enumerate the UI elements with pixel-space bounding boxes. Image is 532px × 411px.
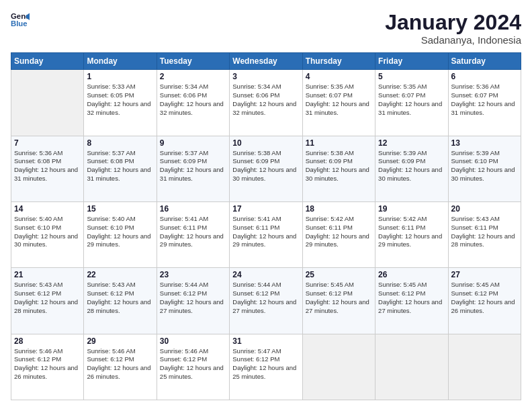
- svg-text:Blue: Blue: [11, 19, 28, 28]
- calendar-cell: [11, 70, 84, 136]
- day-number: 22: [87, 270, 153, 279]
- week-row: 7Sunrise: 5:36 AMSunset: 6:08 PMDaylight…: [11, 136, 521, 201]
- day-number: 19: [378, 204, 445, 214]
- calendar-cell: 13Sunrise: 5:39 AMSunset: 6:10 PMDayligh…: [448, 136, 521, 201]
- logo-icon: General Blue: [11, 11, 30, 30]
- calendar-table: SundayMondayTuesdayWednesdayThursdayFrid…: [11, 52, 521, 400]
- day-number: 12: [378, 138, 445, 148]
- day-number: 1: [87, 72, 153, 81]
- week-row: 14Sunrise: 5:40 AMSunset: 6:10 PMDayligh…: [11, 201, 521, 267]
- day-number: 4: [306, 72, 372, 81]
- header-day: Saturday: [448, 53, 521, 70]
- calendar-cell: 4Sunrise: 5:35 AMSunset: 6:07 PMDaylight…: [302, 70, 375, 136]
- day-number: 2: [160, 72, 226, 81]
- calendar-cell: 15Sunrise: 5:40 AMSunset: 6:10 PMDayligh…: [84, 201, 157, 267]
- day-number: 29: [87, 336, 153, 346]
- day-number: 6: [451, 72, 518, 81]
- cell-info: Sunrise: 5:46 AMSunset: 6:12 PMDaylight:…: [14, 347, 81, 381]
- cell-info: Sunrise: 5:33 AMSunset: 6:05 PMDaylight:…: [87, 83, 153, 117]
- calendar-cell: 3Sunrise: 5:34 AMSunset: 6:06 PMDaylight…: [230, 70, 302, 136]
- day-number: 11: [306, 138, 372, 148]
- calendar-cell: 17Sunrise: 5:41 AMSunset: 6:11 PMDayligh…: [230, 201, 302, 267]
- cell-info: Sunrise: 5:34 AMSunset: 6:06 PMDaylight:…: [232, 83, 299, 117]
- cell-info: Sunrise: 5:41 AMSunset: 6:11 PMDaylight:…: [160, 215, 226, 249]
- calendar-cell: 1Sunrise: 5:33 AMSunset: 6:05 PMDaylight…: [84, 70, 157, 136]
- day-number: 21: [14, 270, 81, 279]
- day-number: 13: [451, 138, 518, 148]
- calendar-cell: 5Sunrise: 5:35 AMSunset: 6:07 PMDaylight…: [375, 70, 448, 136]
- title-block: January 2024 Sadananya, Indonesia: [385, 11, 521, 46]
- header-day: Wednesday: [230, 53, 302, 70]
- main-title: January 2024: [385, 11, 521, 34]
- day-number: 18: [306, 204, 372, 214]
- calendar-cell: 14Sunrise: 5:40 AMSunset: 6:10 PMDayligh…: [11, 201, 84, 267]
- day-number: 31: [232, 336, 299, 346]
- logo: General Blue: [11, 11, 30, 30]
- day-number: 14: [14, 204, 81, 214]
- cell-info: Sunrise: 5:47 AMSunset: 6:12 PMDaylight:…: [232, 347, 299, 381]
- cell-info: Sunrise: 5:41 AMSunset: 6:11 PMDaylight:…: [232, 215, 299, 249]
- week-row: 21Sunrise: 5:43 AMSunset: 6:12 PMDayligh…: [11, 268, 521, 334]
- cell-info: Sunrise: 5:46 AMSunset: 6:12 PMDaylight:…: [87, 347, 153, 381]
- cell-info: Sunrise: 5:36 AMSunset: 6:07 PMDaylight:…: [451, 83, 518, 117]
- header-row: SundayMondayTuesdayWednesdayThursdayFrid…: [11, 53, 521, 70]
- day-number: 3: [232, 72, 299, 81]
- header-day: Friday: [375, 53, 448, 70]
- calendar-cell: 29Sunrise: 5:46 AMSunset: 6:12 PMDayligh…: [84, 334, 157, 400]
- calendar-cell: 30Sunrise: 5:46 AMSunset: 6:12 PMDayligh…: [157, 334, 229, 400]
- calendar-cell: [375, 334, 448, 400]
- page-header: General Blue January 2024 Sadananya, Ind…: [11, 11, 521, 46]
- calendar-cell: 18Sunrise: 5:42 AMSunset: 6:11 PMDayligh…: [302, 201, 375, 267]
- calendar-cell: 26Sunrise: 5:45 AMSunset: 6:12 PMDayligh…: [375, 268, 448, 334]
- header-day: Tuesday: [157, 53, 229, 70]
- day-number: 9: [160, 138, 226, 148]
- subtitle: Sadananya, Indonesia: [385, 34, 521, 46]
- calendar-page: General Blue January 2024 Sadananya, Ind…: [0, 0, 532, 411]
- day-number: 30: [160, 336, 226, 346]
- cell-info: Sunrise: 5:45 AMSunset: 6:12 PMDaylight:…: [306, 281, 372, 315]
- day-number: 25: [306, 270, 372, 279]
- week-row: 1Sunrise: 5:33 AMSunset: 6:05 PMDaylight…: [11, 70, 521, 136]
- calendar-cell: 24Sunrise: 5:44 AMSunset: 6:12 PMDayligh…: [230, 268, 302, 334]
- calendar-cell: 21Sunrise: 5:43 AMSunset: 6:12 PMDayligh…: [11, 268, 84, 334]
- day-number: 26: [378, 270, 445, 279]
- calendar-cell: 7Sunrise: 5:36 AMSunset: 6:08 PMDaylight…: [11, 136, 84, 201]
- day-number: 27: [451, 270, 518, 279]
- header-day: Sunday: [11, 53, 84, 70]
- cell-info: Sunrise: 5:40 AMSunset: 6:10 PMDaylight:…: [87, 215, 153, 249]
- day-number: 8: [87, 138, 153, 148]
- cell-info: Sunrise: 5:37 AMSunset: 6:09 PMDaylight:…: [160, 149, 226, 183]
- cell-info: Sunrise: 5:35 AMSunset: 6:07 PMDaylight:…: [378, 83, 445, 117]
- calendar-cell: 8Sunrise: 5:37 AMSunset: 6:08 PMDaylight…: [84, 136, 157, 201]
- cell-info: Sunrise: 5:37 AMSunset: 6:08 PMDaylight:…: [87, 149, 153, 183]
- calendar-cell: 9Sunrise: 5:37 AMSunset: 6:09 PMDaylight…: [157, 136, 229, 201]
- week-row: 28Sunrise: 5:46 AMSunset: 6:12 PMDayligh…: [11, 334, 521, 400]
- calendar-cell: 6Sunrise: 5:36 AMSunset: 6:07 PMDaylight…: [448, 70, 521, 136]
- cell-info: Sunrise: 5:36 AMSunset: 6:08 PMDaylight:…: [14, 149, 81, 183]
- cell-info: Sunrise: 5:45 AMSunset: 6:12 PMDaylight:…: [378, 281, 445, 315]
- cell-info: Sunrise: 5:44 AMSunset: 6:12 PMDaylight:…: [160, 281, 226, 315]
- header-day: Thursday: [302, 53, 375, 70]
- calendar-cell: 25Sunrise: 5:45 AMSunset: 6:12 PMDayligh…: [302, 268, 375, 334]
- cell-info: Sunrise: 5:44 AMSunset: 6:12 PMDaylight:…: [232, 281, 299, 315]
- cell-info: Sunrise: 5:43 AMSunset: 6:12 PMDaylight:…: [87, 281, 153, 315]
- day-number: 15: [87, 204, 153, 214]
- calendar-cell: [302, 334, 375, 400]
- calendar-cell: [448, 334, 521, 400]
- calendar-cell: 31Sunrise: 5:47 AMSunset: 6:12 PMDayligh…: [230, 334, 302, 400]
- day-number: 16: [160, 204, 226, 214]
- calendar-cell: 27Sunrise: 5:45 AMSunset: 6:12 PMDayligh…: [448, 268, 521, 334]
- cell-info: Sunrise: 5:39 AMSunset: 6:10 PMDaylight:…: [451, 149, 518, 183]
- cell-info: Sunrise: 5:38 AMSunset: 6:09 PMDaylight:…: [306, 149, 372, 183]
- calendar-cell: 28Sunrise: 5:46 AMSunset: 6:12 PMDayligh…: [11, 334, 84, 400]
- cell-info: Sunrise: 5:38 AMSunset: 6:09 PMDaylight:…: [232, 149, 299, 183]
- calendar-cell: 20Sunrise: 5:43 AMSunset: 6:11 PMDayligh…: [448, 201, 521, 267]
- day-number: 23: [160, 270, 226, 279]
- header-day: Monday: [84, 53, 157, 70]
- cell-info: Sunrise: 5:43 AMSunset: 6:12 PMDaylight:…: [14, 281, 81, 315]
- calendar-cell: 22Sunrise: 5:43 AMSunset: 6:12 PMDayligh…: [84, 268, 157, 334]
- cell-info: Sunrise: 5:45 AMSunset: 6:12 PMDaylight:…: [451, 281, 518, 315]
- cell-info: Sunrise: 5:42 AMSunset: 6:11 PMDaylight:…: [306, 215, 372, 249]
- day-number: 7: [14, 138, 81, 148]
- cell-info: Sunrise: 5:35 AMSunset: 6:07 PMDaylight:…: [306, 83, 372, 117]
